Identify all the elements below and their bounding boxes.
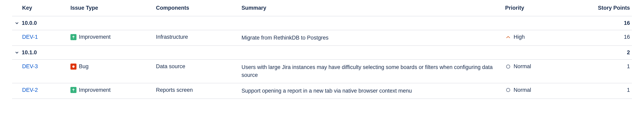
group-version: 10.1.0 bbox=[22, 49, 37, 56]
components-cell: Data source bbox=[156, 63, 242, 70]
priority-label: Normal bbox=[514, 63, 531, 70]
chevron-down-icon[interactable] bbox=[14, 20, 20, 26]
priority-normal-icon bbox=[505, 87, 511, 93]
priority-label: Normal bbox=[514, 87, 531, 93]
svg-point-1 bbox=[506, 65, 510, 68]
header-priority[interactable]: Priority bbox=[505, 5, 586, 11]
group-version: 10.0.0 bbox=[22, 20, 37, 26]
priority-label: High bbox=[514, 34, 525, 40]
priority-high-icon bbox=[505, 34, 511, 40]
issue-type-label: Improvement bbox=[79, 87, 111, 93]
improvement-icon bbox=[70, 87, 76, 93]
svg-point-2 bbox=[506, 88, 510, 92]
table-row: DEV-3 Bug Data source Users with large J… bbox=[12, 60, 632, 83]
summary-cell: Migrate from RethinkDB to Postgres bbox=[242, 34, 505, 42]
issue-key-link[interactable]: DEV-1 bbox=[22, 34, 38, 40]
issue-type-label: Bug bbox=[79, 63, 88, 70]
priority-normal-icon bbox=[505, 64, 511, 70]
issue-key-link[interactable]: DEV-2 bbox=[22, 87, 38, 93]
story-points-cell: 16 bbox=[586, 34, 632, 40]
group-row[interactable]: 10.1.0 2 bbox=[12, 46, 632, 60]
table-row: DEV-2 Improvement Reports screen Support… bbox=[12, 83, 632, 99]
issue-key-link[interactable]: DEV-3 bbox=[22, 63, 38, 70]
improvement-icon bbox=[70, 34, 76, 40]
group-story-points: 2 bbox=[586, 49, 632, 56]
header-story-points[interactable]: Story Points bbox=[586, 5, 632, 11]
summary-cell: Support opening a report in a new tab vi… bbox=[242, 87, 505, 95]
table-header-row: Key Issue Type Components Summary Priori… bbox=[12, 0, 632, 16]
story-points-cell: 1 bbox=[586, 87, 632, 93]
story-points-cell: 1 bbox=[586, 63, 632, 70]
components-cell: Infrastructure bbox=[156, 34, 242, 40]
header-key[interactable]: Key bbox=[12, 5, 70, 11]
header-issue-type[interactable]: Issue Type bbox=[70, 5, 156, 11]
summary-cell: Users with large Jira instances may have… bbox=[242, 63, 505, 79]
svg-point-0 bbox=[72, 65, 74, 68]
chevron-down-icon[interactable] bbox=[14, 50, 20, 55]
header-components[interactable]: Components bbox=[156, 5, 242, 11]
header-summary[interactable]: Summary bbox=[242, 4, 505, 12]
components-cell: Reports screen bbox=[156, 87, 242, 93]
issue-table: Key Issue Type Components Summary Priori… bbox=[12, 0, 632, 99]
group-row[interactable]: 10.0.0 16 bbox=[12, 16, 632, 30]
bug-icon bbox=[70, 64, 76, 70]
group-story-points: 16 bbox=[586, 20, 632, 26]
issue-type-label: Improvement bbox=[79, 34, 111, 40]
table-row: DEV-1 Improvement Infrastructure Migrate… bbox=[12, 30, 632, 46]
